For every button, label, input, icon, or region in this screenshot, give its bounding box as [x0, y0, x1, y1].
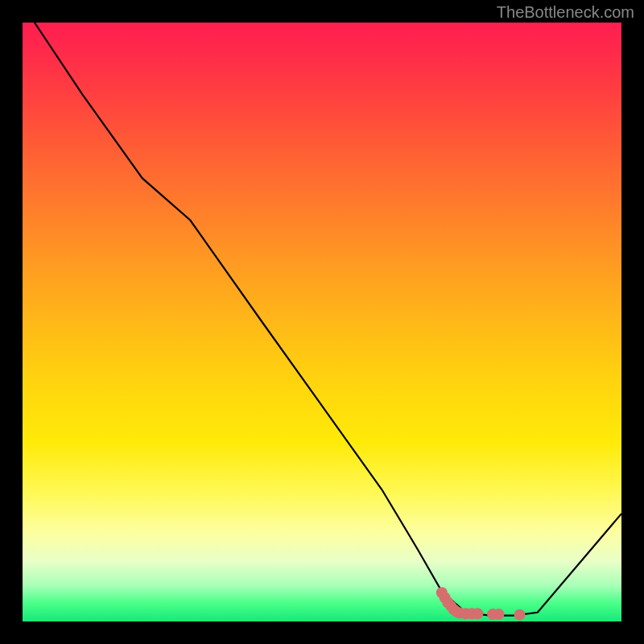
chart-marker — [493, 609, 505, 620]
chart-marker — [472, 608, 483, 619]
watermark-text: TheBottleneck.com — [497, 3, 634, 22]
chart-curve — [35, 23, 621, 616]
chart-plot-area — [23, 23, 621, 621]
chart-marker — [514, 609, 526, 621]
chart-svg — [23, 23, 621, 621]
